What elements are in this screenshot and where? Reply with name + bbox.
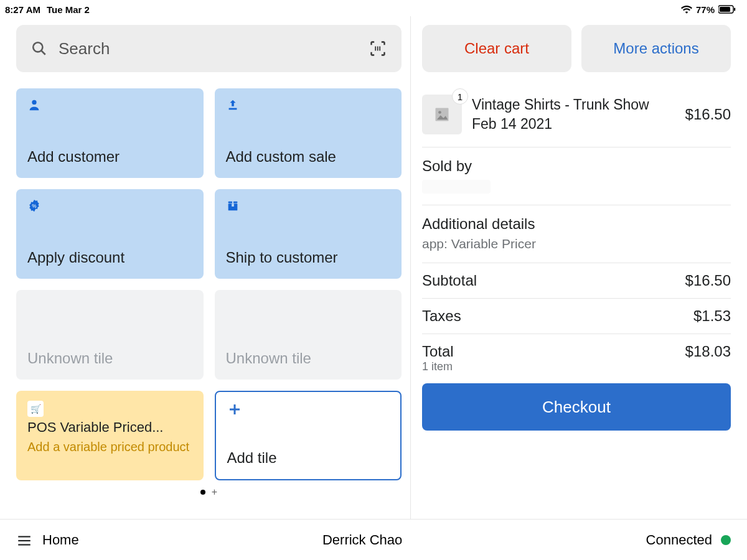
search-icon — [31, 40, 47, 57]
total-row: Total 1 item $18.03 — [422, 334, 731, 378]
clear-cart-button[interactable]: Clear cart — [422, 25, 571, 72]
tile-label: Add customer — [27, 148, 192, 166]
connection-status[interactable]: Connected — [646, 532, 731, 548]
status-dot-icon — [721, 535, 731, 545]
svg-point-8 — [32, 100, 36, 105]
status-bar: 8:27 AM Tue Mar 2 77% — [0, 0, 747, 16]
sold-by-section[interactable]: Sold by — [422, 147, 731, 205]
svg-rect-9 — [228, 108, 237, 110]
menu-icon[interactable] — [16, 533, 31, 548]
svg-point-3 — [33, 42, 42, 52]
sold-by-value — [422, 180, 491, 194]
more-actions-button[interactable]: More actions — [581, 25, 731, 72]
tile-label: Add custom sale — [226, 148, 391, 166]
cart-item[interactable]: 1 Vintage Shirts - Trunk Show Feb 14 202… — [422, 86, 731, 147]
status-date: Tue Mar 2 — [47, 4, 90, 15]
tile-sub: Add a variable priced product — [27, 439, 192, 454]
additional-details-sub: app: Variable Pricer — [422, 236, 731, 251]
current-user[interactable]: Derrick Chao — [322, 532, 402, 548]
tile-label: POS Variable Priced... — [27, 419, 192, 436]
svg-rect-7 — [379, 47, 380, 51]
person-icon — [27, 98, 41, 112]
svg-point-18 — [438, 111, 441, 114]
pager-dot-active[interactable] — [200, 490, 205, 495]
total-label: Total — [422, 343, 454, 360]
tile-add-tile[interactable]: Add tile — [215, 391, 402, 480]
plus-icon — [227, 402, 241, 416]
svg-rect-14 — [232, 203, 234, 207]
sold-by-label: Sold by — [422, 157, 731, 175]
status-battery-pct: 77% — [696, 4, 715, 15]
tile-label: Ship to customer — [226, 249, 391, 266]
checkout-button[interactable]: Checkout — [422, 383, 731, 431]
tile-label: Apply discount — [27, 249, 192, 266]
svg-rect-5 — [375, 47, 376, 51]
item-name: Vintage Shirts - Trunk Show Feb 14 2021 — [472, 95, 675, 134]
tile-ship-to-customer[interactable]: Ship to customer — [215, 189, 402, 279]
tile-label: Unknown tile — [226, 350, 391, 367]
additional-details-label: Additional details — [422, 215, 731, 233]
item-qty-badge: 1 — [452, 88, 468, 105]
tile-add-custom-sale[interactable]: Add custom sale — [215, 88, 402, 178]
total-value: $18.03 — [685, 343, 731, 360]
connection-label: Connected — [646, 532, 712, 548]
taxes-label: Taxes — [422, 307, 461, 325]
item-price: $16.50 — [685, 106, 731, 123]
svg-rect-6 — [377, 47, 378, 51]
svg-line-4 — [41, 50, 45, 55]
total-item-count: 1 item — [422, 360, 454, 373]
tile-label: Unknown tile — [27, 350, 192, 367]
cart-app-icon: 🛒 — [27, 401, 44, 417]
bottom-bar: Home Derrick Chao Connected — [0, 519, 747, 560]
svg-rect-13 — [233, 202, 237, 203]
subtotal-value: $16.50 — [685, 272, 731, 289]
upload-icon — [226, 98, 240, 112]
wifi-icon — [681, 5, 692, 14]
tile-unknown[interactable]: Unknown tile — [215, 290, 402, 380]
taxes-row[interactable]: Taxes $1.53 — [422, 299, 731, 334]
left-pane: Search Add customer Add custom sale % — [0, 16, 411, 519]
status-time: 8:27 AM — [5, 4, 40, 15]
tile-add-customer[interactable]: Add customer — [16, 88, 204, 178]
item-thumbnail: 1 — [422, 95, 462, 134]
tile-label: Add tile — [227, 449, 390, 467]
tile-unknown[interactable]: Unknown tile — [16, 290, 204, 380]
pager-add-page[interactable]: + — [212, 487, 217, 498]
subtotal-label: Subtotal — [422, 272, 477, 289]
tile-apply-discount[interactable]: % Apply discount — [16, 189, 204, 279]
discount-badge-icon: % — [27, 199, 41, 213]
tile-pos-variable-priced[interactable]: 🛒 POS Variable Priced... Add a variable … — [16, 391, 204, 480]
search-placeholder: Search — [59, 39, 358, 58]
pager: + — [16, 487, 402, 498]
subtotal-row: Subtotal $16.50 — [422, 263, 731, 299]
svg-rect-2 — [734, 8, 735, 11]
additional-details-section[interactable]: Additional details app: Variable Pricer — [422, 205, 731, 263]
taxes-value: $1.53 — [693, 307, 731, 325]
package-icon — [226, 199, 240, 213]
nav-home[interactable]: Home — [42, 532, 79, 548]
svg-text:%: % — [32, 203, 37, 209]
right-pane: Clear cart More actions 1 Vintage Shirts… — [411, 16, 747, 519]
battery-icon — [718, 5, 736, 14]
barcode-scan-icon[interactable] — [369, 40, 387, 57]
search-bar[interactable]: Search — [16, 25, 402, 72]
svg-rect-12 — [228, 202, 232, 203]
svg-rect-1 — [720, 7, 730, 12]
